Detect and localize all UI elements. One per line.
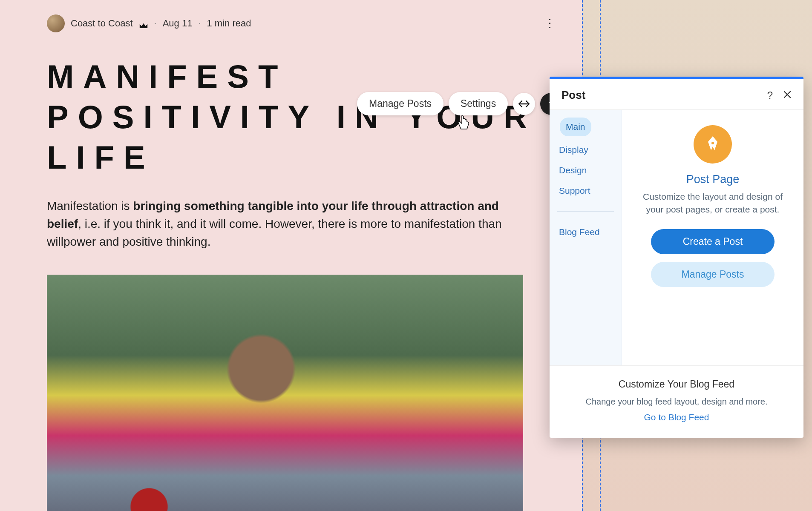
author-name[interactable]: Coast to Coast bbox=[71, 18, 133, 29]
create-post-button[interactable]: Create a Post bbox=[651, 229, 775, 254]
svg-point-1 bbox=[711, 142, 714, 144]
pointer-cursor-icon bbox=[457, 115, 471, 131]
panel-main-desc: Customize the layout and design of your … bbox=[637, 190, 788, 216]
panel-title: Post bbox=[561, 89, 585, 102]
post-hero-image bbox=[47, 275, 523, 511]
sidebar-item-display[interactable]: Display bbox=[550, 140, 622, 160]
go-to-blog-feed-link[interactable]: Go to Blog Feed bbox=[644, 412, 709, 422]
post-settings-panel: Post ? Main Display Design Support Blog … bbox=[550, 77, 803, 438]
panel-main-heading: Post Page bbox=[637, 173, 788, 186]
admin-crown-icon bbox=[139, 20, 148, 26]
post-body-prefix: Manifestation is bbox=[47, 199, 133, 212]
panel-close-icon[interactable] bbox=[783, 89, 792, 101]
more-options-icon[interactable]: ⋯ bbox=[543, 17, 557, 30]
post-body: Manifestation is bringing something tang… bbox=[47, 197, 524, 251]
post-date: Aug 11 bbox=[163, 18, 193, 29]
manage-posts-panel-button[interactable]: Manage Posts bbox=[651, 262, 775, 287]
stretch-icon[interactable] bbox=[513, 93, 535, 115]
panel-help-icon[interactable]: ? bbox=[767, 89, 773, 101]
panel-sidebar: Main Display Design Support Blog Feed bbox=[550, 110, 622, 365]
settings-button[interactable]: Settings bbox=[449, 92, 508, 115]
sidebar-item-blog-feed[interactable]: Blog Feed bbox=[550, 222, 622, 242]
sidebar-item-main[interactable]: Main bbox=[560, 118, 591, 136]
manage-posts-button[interactable]: Manage Posts bbox=[357, 92, 443, 115]
meta-separator: · bbox=[154, 18, 157, 29]
sidebar-divider bbox=[557, 211, 614, 212]
pen-nib-icon bbox=[694, 125, 732, 164]
blog-post-area: Coast to Coast · Aug 11 · 1 min read ⋯ M… bbox=[0, 0, 582, 511]
panel-body: Main Display Design Support Blog Feed Po… bbox=[550, 110, 803, 365]
sidebar-item-support[interactable]: Support bbox=[550, 181, 622, 201]
panel-footer-heading: Customize Your Blog Feed bbox=[565, 379, 788, 390]
post-title: Manifest Positivity in Your Life bbox=[47, 56, 556, 178]
panel-header: Post ? bbox=[550, 79, 803, 110]
post-body-suffix: , i.e. if you think it, and it will come… bbox=[47, 217, 502, 248]
panel-footer-desc: Change your blog feed layout, design and… bbox=[565, 395, 788, 408]
sidebar-item-design[interactable]: Design bbox=[550, 160, 622, 181]
panel-main: Post Page Customize the layout and desig… bbox=[622, 110, 803, 365]
panel-footer: Customize Your Blog Feed Change your blo… bbox=[550, 365, 803, 438]
author-avatar[interactable] bbox=[47, 14, 65, 32]
meta-separator: · bbox=[198, 18, 201, 29]
post-read-time: 1 min read bbox=[207, 18, 251, 29]
post-meta: Coast to Coast · Aug 11 · 1 min read ⋯ bbox=[47, 14, 556, 32]
element-toolbar: Manage Posts Settings ? bbox=[357, 92, 562, 115]
